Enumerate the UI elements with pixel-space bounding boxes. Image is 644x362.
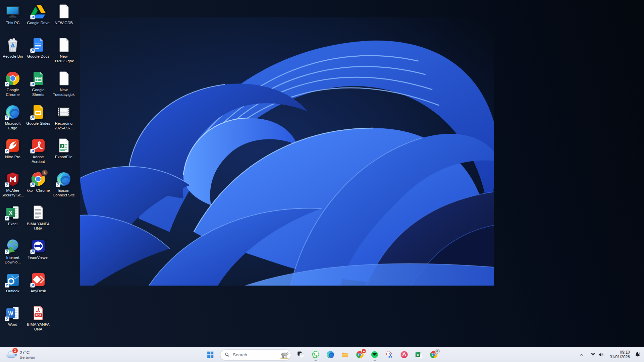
desktop-icon-new-tuesday-gbk[interactable]: New Tuesday.gbk — [52, 70, 76, 97]
desktop-icon-anydesk[interactable]: AnyDesk — [26, 272, 50, 294]
taskview-icon — [297, 350, 305, 359]
shortcut-arrow-icon — [30, 283, 35, 288]
windows-logo-icon — [206, 350, 215, 359]
gsheets-icon — [30, 70, 46, 86]
excel-icon — [5, 204, 21, 221]
desktop-icon-label: TeamViewer — [28, 255, 49, 260]
weather-text: 27°C Berawan — [20, 350, 35, 360]
wifi-indicator[interactable] — [589, 348, 597, 361]
desktop-icon-excel[interactable]: Excel — [1, 204, 25, 227]
weather-widget[interactable]: 1 27°C Berawan — [3, 347, 37, 362]
weather-temperature: 27°C — [20, 350, 35, 355]
shortcut-arrow-icon — [5, 115, 9, 120]
shortcut-arrow-icon — [30, 48, 35, 53]
desktop-icon-bima-yanfa-una-2[interactable]: BIMA YANFA UNA — [26, 305, 50, 331]
nitro-icon — [5, 137, 21, 154]
taskbar-icon-whatsapp[interactable] — [308, 347, 323, 362]
shortcut-arrow-icon — [56, 182, 60, 187]
desktop-icon-google-chrome[interactable]: Google Chrome — [1, 70, 25, 97]
shortcut-arrow-icon — [30, 82, 35, 86]
taskbar-icon-chrome-profile[interactable] — [426, 347, 441, 362]
search-box[interactable]: Search — [220, 349, 291, 360]
desktop-icon-label: AnyDesk — [31, 289, 46, 294]
clock[interactable]: 09:10 31/01/2026 — [609, 349, 631, 361]
search-icon — [224, 352, 230, 357]
edge-icon — [326, 350, 335, 359]
notification-badge — [362, 349, 366, 353]
desktop-icon-label: BIMA YANFA UNA — [26, 222, 50, 231]
shortcut-arrow-icon — [30, 182, 35, 187]
anydesk-sq-icon — [30, 272, 46, 288]
outlook-icon — [5, 272, 21, 288]
taskbar-icon-anydesk[interactable] — [397, 347, 412, 362]
desktop-icon-label: Internet Downlo... — [1, 255, 25, 264]
desktop-icon-label: Recycle Bin — [3, 54, 23, 59]
desktop-icon-teamviewer[interactable]: TeamViewer — [26, 238, 50, 260]
desktop-icon-label: NEW.GDB — [55, 21, 73, 25]
film-icon — [56, 104, 72, 120]
blankfile-icon — [56, 37, 72, 53]
notification-center-button[interactable] — [633, 348, 642, 361]
desktop-icon-new-gdb[interactable]: NEW.GDB — [52, 3, 76, 25]
taskbar-icon-task-view[interactable] — [293, 347, 308, 362]
weather-cloud-icon: 1 — [5, 350, 17, 360]
desktop-icon-google-drive[interactable]: Google Drive — [26, 3, 50, 25]
taskbar-icon-spotify[interactable] — [367, 347, 382, 362]
chevron-up-icon — [579, 352, 584, 357]
tray-overflow-chevron[interactable] — [578, 348, 586, 361]
desktop-icon-exportfile[interactable]: ExportFile — [52, 137, 76, 160]
anydesk-c-icon — [400, 350, 409, 359]
desktop-icon-label: New 092025.gbk — [52, 54, 76, 63]
shortcut-arrow-icon — [30, 249, 35, 254]
shortcut-arrow-icon — [5, 283, 9, 288]
zebra-icon — [278, 350, 290, 359]
edge-icon — [56, 171, 72, 187]
desktop-icon-adobe-acrobat[interactable]: Adobe Acrobat — [26, 137, 50, 164]
bin-icon — [5, 37, 21, 53]
desktop-icon-nitro-pro[interactable]: Nitro Pro — [1, 137, 25, 160]
desktop-icon-label: kkp - Chrome — [26, 188, 50, 193]
desktop-icon-label: BIMA YANFA UNA — [26, 322, 50, 331]
profile-avatar-badge — [435, 349, 440, 354]
volume-indicator[interactable] — [597, 348, 605, 361]
desktop-icon-new-092025-gbk[interactable]: New 092025.gbk — [52, 37, 76, 63]
desktop-icon-recycle-bin[interactable]: Recycle Bin — [1, 37, 25, 59]
taskbar-icon-microsoft-edge[interactable] — [323, 347, 338, 362]
desktop-icon-label: Google Docs — [27, 54, 49, 59]
taskbar-icon-google-chrome[interactable] — [353, 347, 367, 362]
mcafee-icon — [5, 171, 21, 187]
desktop-icon-epson-connect-site[interactable]: Epson Connect Site — [52, 171, 76, 197]
taskbar-icon-snipping-tool[interactable] — [382, 347, 397, 362]
desktop-icon-this-pc[interactable]: This PC — [1, 3, 25, 25]
gdocs-icon — [30, 37, 46, 53]
chrome-icon: k — [30, 171, 46, 187]
wifi-icon — [590, 352, 596, 358]
gslides-icon — [30, 104, 46, 120]
desktop-icon-label: New Tuesday.gbk — [52, 88, 76, 97]
desktop-icon-label: This PC — [6, 21, 20, 25]
shortcut-arrow-icon — [5, 182, 9, 187]
folder-icon — [341, 350, 350, 359]
blankfile-icon — [56, 3, 72, 19]
desktop-icon-microsoft-edge[interactable]: Microsoft Edge — [1, 104, 25, 130]
thispc-icon — [5, 3, 21, 19]
desktop-icon-internet-downlo[interactable]: Internet Downlo... — [1, 238, 25, 264]
desktop-icon-word[interactable]: Word — [1, 305, 25, 327]
taskbar-icon-file-explorer[interactable] — [338, 347, 353, 362]
taskbar-icon-excel[interactable] — [412, 347, 426, 362]
start-button[interactable] — [203, 347, 218, 362]
desktop-icon-kkp-chrome[interactable]: kkkp - Chrome — [26, 171, 50, 193]
shortcut-arrow-icon — [30, 115, 35, 120]
desktop-icon-recording-2025-09[interactable]: Recording 2025-09-... — [52, 104, 76, 130]
desktop-icon-outlook[interactable]: Outlook — [1, 272, 25, 294]
desktop-icon-label: Nitro Pro — [5, 155, 20, 160]
search-daily-image-zebra[interactable] — [278, 350, 290, 359]
network-volume-group[interactable] — [589, 348, 605, 361]
desktop-icon-bima-yanfa-una[interactable]: BIMA YANFA UNA — [26, 204, 50, 231]
desktop-icon-label: ExportFile — [55, 155, 72, 160]
desktop-icon-mcafee-security-sc[interactable]: McAfee Security Sc... — [1, 171, 25, 197]
desktop-icon-google-slides[interactable]: Google Slides — [26, 104, 50, 126]
spotify-icon — [370, 350, 379, 359]
desktop-icon-google-sheets[interactable]: Google Sheets — [26, 70, 50, 97]
desktop-icon-google-docs[interactable]: Google Docs — [26, 37, 50, 59]
